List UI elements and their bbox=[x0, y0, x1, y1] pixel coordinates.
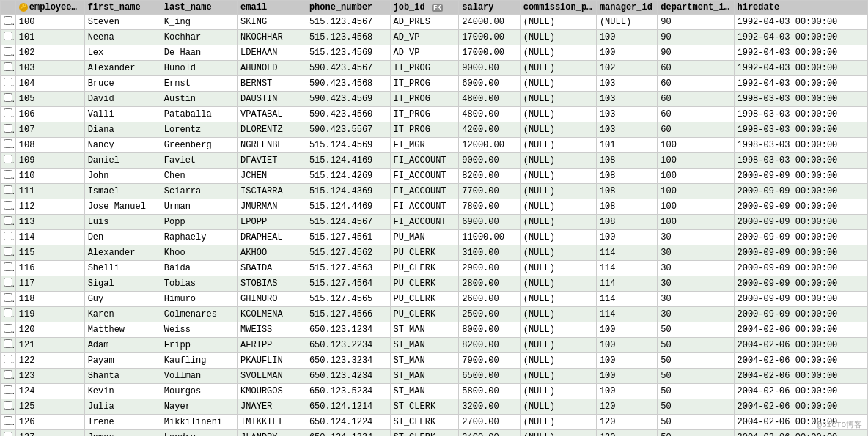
checkbox-input[interactable] bbox=[4, 355, 12, 363]
table-row[interactable]: 125JuliaNayerJNAYER650.124.1214ST_CLERK3… bbox=[1, 399, 868, 415]
checkbox-input[interactable] bbox=[4, 216, 12, 225]
cell-last_name: Mikkilineni bbox=[161, 415, 237, 430]
table-row[interactable]: 124KevinMourgosKMOURGOS650.123.5234ST_MA… bbox=[1, 384, 868, 399]
table-row[interactable]: 110JohnChenJCHEN515.124.4269FI_ACCOUNT82… bbox=[1, 169, 868, 184]
row-checkbox[interactable] bbox=[1, 15, 16, 30]
table-row[interactable]: 127JamesLandryJLANDRY650.124.1334ST_CLER… bbox=[1, 430, 868, 437]
col-job_id[interactable]: job_id FK bbox=[390, 1, 459, 15]
col-last_name[interactable]: last_name bbox=[161, 1, 237, 15]
checkbox-input[interactable] bbox=[4, 155, 12, 163]
checkbox-input[interactable] bbox=[4, 247, 12, 256]
row-checkbox[interactable] bbox=[1, 122, 16, 138]
checkbox-input[interactable] bbox=[4, 308, 12, 317]
row-checkbox[interactable] bbox=[1, 415, 16, 430]
table-row[interactable]: 113LuisPoppLPOPP515.124.4567FI_ACCOUNT69… bbox=[1, 215, 868, 230]
col-email[interactable]: email bbox=[238, 1, 306, 15]
table-row[interactable]: 111IsmaelSciarraISCIARRA515.124.4369FI_A… bbox=[1, 184, 868, 199]
table-row[interactable]: 102LexDe HaanLDEHAAN515.123.4569AD_VP170… bbox=[1, 45, 868, 61]
checkbox-input[interactable] bbox=[4, 62, 12, 71]
cell-phone_number: 515.127.4566 bbox=[306, 307, 390, 322]
col-salary[interactable]: salary bbox=[459, 1, 520, 15]
table-row[interactable]: 108NancyGreenbergNGREENBE515.124.4569FI_… bbox=[1, 138, 868, 153]
row-checkbox[interactable] bbox=[1, 184, 16, 199]
table-row[interactable]: 107DianaLorentzDLORENTZ590.423.5567IT_PR… bbox=[1, 122, 868, 138]
row-checkbox[interactable] bbox=[1, 399, 16, 415]
table-row[interactable]: 116ShelliBaidaSBAIDA515.127.4563PU_CLERK… bbox=[1, 261, 868, 276]
table-row[interactable]: 122PayamKauflingPKAUFLIN650.123.3234ST_M… bbox=[1, 353, 868, 369]
col-manager_id[interactable]: manager_id bbox=[596, 1, 657, 15]
checkbox-input[interactable] bbox=[4, 401, 12, 410]
row-checkbox[interactable] bbox=[1, 153, 16, 169]
checkbox-input[interactable] bbox=[4, 262, 12, 271]
row-checkbox[interactable] bbox=[1, 169, 16, 184]
row-checkbox[interactable] bbox=[1, 353, 16, 369]
row-checkbox[interactable] bbox=[1, 276, 16, 292]
row-checkbox[interactable] bbox=[1, 430, 16, 437]
row-checkbox[interactable] bbox=[1, 61, 16, 76]
checkbox-input[interactable] bbox=[4, 139, 12, 148]
row-checkbox[interactable] bbox=[1, 45, 16, 61]
row-checkbox[interactable] bbox=[1, 230, 16, 245]
checkbox-input[interactable] bbox=[4, 278, 12, 287]
table-row[interactable]: 103AlexanderHunoldAHUNOLD590.423.4567IT_… bbox=[1, 61, 868, 76]
row-checkbox[interactable] bbox=[1, 369, 16, 384]
table-row[interactable]: 120MatthewWeissMWEISS650.123.1234ST_MAN8… bbox=[1, 322, 868, 338]
checkbox-input[interactable] bbox=[4, 416, 12, 425]
checkbox-input[interactable] bbox=[4, 232, 12, 240]
table-row[interactable]: 104BruceErnstBERNST590.423.4568IT_PROG60… bbox=[1, 76, 868, 92]
col-first_name[interactable]: first_name bbox=[84, 1, 161, 15]
table-row[interactable]: 109DanielFavietDFAVIET515.124.4169FI_ACC… bbox=[1, 153, 868, 169]
table-row[interactable]: 118GuyHimuroGHIMURO515.127.4565PU_CLERK2… bbox=[1, 292, 868, 307]
table-row[interactable]: 105DavidAustinDAUSTIN590.423.4569IT_PROG… bbox=[1, 92, 868, 107]
checkbox-input[interactable] bbox=[4, 324, 12, 333]
row-checkbox[interactable] bbox=[1, 261, 16, 276]
row-checkbox[interactable] bbox=[1, 92, 16, 107]
col-hiredate[interactable]: hiredate bbox=[734, 1, 868, 15]
table-row[interactable]: 114DenRaphaelyDRAPHEAL515.127.4561PU_MAN… bbox=[1, 230, 868, 245]
checkbox-input[interactable] bbox=[4, 124, 12, 133]
row-checkbox[interactable] bbox=[1, 76, 16, 92]
row-checkbox[interactable] bbox=[1, 138, 16, 153]
checkbox-input[interactable] bbox=[4, 78, 12, 86]
row-checkbox[interactable] bbox=[1, 107, 16, 122]
checkbox-input[interactable] bbox=[4, 293, 12, 302]
checkbox-input[interactable] bbox=[4, 385, 12, 394]
table-row[interactable]: 106ValliPataballaVPATABAL590.423.4560IT_… bbox=[1, 107, 868, 122]
table-row[interactable]: 115AlexanderKhooAKHOO515.127.4562PU_CLER… bbox=[1, 245, 868, 261]
row-checkbox[interactable] bbox=[1, 199, 16, 215]
checkbox-input[interactable] bbox=[4, 32, 12, 40]
checkbox-input[interactable] bbox=[4, 108, 12, 117]
checkbox-input[interactable] bbox=[4, 432, 12, 436]
table-row[interactable]: 123ShantaVollmanSVOLLMAN650.123.4234ST_M… bbox=[1, 369, 868, 384]
col-employee_id[interactable]: 🔑employee_id bbox=[15, 1, 84, 15]
row-checkbox[interactable] bbox=[1, 292, 16, 307]
table-row[interactable]: 112Jose ManuelUrmanJMURMAN515.124.4469FI… bbox=[1, 199, 868, 215]
col-phone_number[interactable]: phone_number bbox=[306, 1, 390, 15]
table-row[interactable]: 100StevenK_ingSKING515.123.4567AD_PRES24… bbox=[1, 15, 868, 30]
row-checkbox[interactable] bbox=[1, 245, 16, 261]
table-row[interactable]: 126IreneMikkilineniIMIKKILI650.124.1224S… bbox=[1, 415, 868, 430]
checkbox-input[interactable] bbox=[4, 47, 12, 56]
row-checkbox[interactable] bbox=[1, 30, 16, 45]
row-checkbox[interactable] bbox=[1, 307, 16, 322]
checkbox-input[interactable] bbox=[4, 170, 12, 179]
col-commission_pct[interactable]: commission_pct bbox=[520, 1, 596, 15]
cell-department_id: 100 bbox=[658, 138, 734, 153]
checkbox-input[interactable] bbox=[4, 339, 12, 348]
row-checkbox[interactable] bbox=[1, 322, 16, 338]
table-row[interactable]: 101NeenaKochharNKOCHHAR515.123.4568AD_VP… bbox=[1, 30, 868, 45]
cell-commission_pct: (NULL) bbox=[520, 353, 596, 369]
row-checkbox[interactable] bbox=[1, 384, 16, 399]
row-checkbox[interactable] bbox=[1, 215, 16, 230]
col-department_id[interactable]: department_id FK bbox=[658, 1, 734, 15]
table-row[interactable]: 119KarenColmenaresKCOLMENA515.127.4566PU… bbox=[1, 307, 868, 322]
checkbox-input[interactable] bbox=[4, 16, 12, 25]
checkbox-input[interactable] bbox=[4, 93, 12, 102]
cell-employee_id: 119 bbox=[15, 307, 84, 322]
table-row[interactable]: 121AdamFrippAFRIPP650.123.2234ST_MAN8200… bbox=[1, 338, 868, 353]
checkbox-input[interactable] bbox=[4, 370, 12, 379]
row-checkbox[interactable] bbox=[1, 338, 16, 353]
checkbox-input[interactable] bbox=[4, 185, 12, 194]
table-row[interactable]: 117SigalTobiasSTOBIAS515.127.4564PU_CLER… bbox=[1, 276, 868, 292]
checkbox-input[interactable] bbox=[4, 201, 12, 210]
